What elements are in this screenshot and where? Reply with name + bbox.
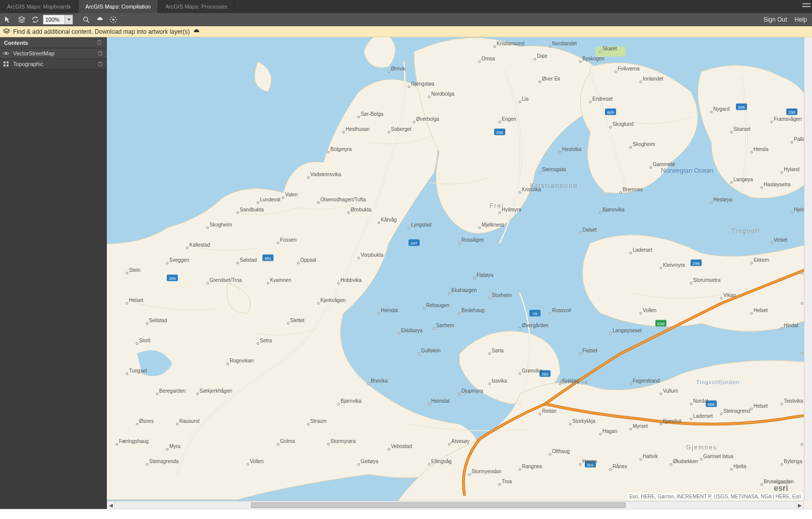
- contents-panel: Contents VectorStreetMap Topographic: [0, 37, 107, 509]
- delete-layer-icon[interactable]: [94, 50, 106, 56]
- sync-icon[interactable]: [29, 14, 41, 25]
- scroll-left-icon[interactable]: ◂: [107, 501, 115, 509]
- svg-point-182: [610, 333, 612, 335]
- sign-out-link[interactable]: Sign Out: [761, 16, 790, 23]
- svg-rect-3: [4, 61, 6, 63]
- svg-text:Heimdal: Heimdal: [431, 398, 450, 404]
- svg-point-240: [468, 474, 470, 476]
- svg-point-114: [398, 333, 400, 335]
- svg-point-68: [388, 131, 390, 133]
- scrollbar-thumb[interactable]: [251, 502, 626, 508]
- svg-point-238: [428, 464, 430, 466]
- settings-gear-icon[interactable]: [107, 14, 119, 25]
- basemap-grid-icon[interactable]: [0, 60, 12, 67]
- layers-icon[interactable]: [16, 14, 28, 25]
- tab-compilation[interactable]: ArcGIS Maps: Compilation: [79, 0, 159, 13]
- svg-text:Øksbekken: Øksbekken: [673, 459, 698, 464]
- svg-text:Gjengstøa: Gjengstøa: [411, 81, 435, 87]
- svg-text:Myra: Myra: [169, 443, 181, 449]
- svg-text:Omsa: Omsa: [482, 56, 495, 61]
- layer-row[interactable]: VectorStreetMap: [0, 48, 106, 59]
- svg-text:Tingvoll: Tingvoll: [731, 228, 760, 235]
- svg-text:Hagen: Hagen: [582, 459, 597, 464]
- vertical-scrollbar[interactable]: [804, 37, 812, 501]
- zoom-select[interactable]: 100%: [43, 15, 73, 25]
- svg-point-314: [640, 459, 642, 461]
- download-cloud-icon[interactable]: [94, 14, 106, 25]
- svg-text:Reitan: Reitan: [542, 408, 557, 414]
- svg-text:Gullstein: Gullstein: [421, 348, 441, 353]
- svg-text:Helset: Helset: [754, 308, 768, 313]
- svg-point-270: [297, 262, 299, 264]
- svg-text:Valen: Valen: [285, 192, 298, 197]
- tab-mapboards[interactable]: ArcGIS Maps: Mapboards: [0, 0, 79, 13]
- svg-text:Bedehaug: Bedehaug: [461, 308, 485, 313]
- svg-text:Mjølkness: Mjølkness: [482, 222, 504, 228]
- svg-point-194: [630, 428, 632, 430]
- tab-processes[interactable]: ArcGIS Maps: Processes: [158, 0, 235, 13]
- svg-text:Rehaugen: Rehaugen: [426, 303, 449, 308]
- clear-contents-icon[interactable]: [96, 39, 102, 46]
- svg-text:Olsenodhagen/Tufta: Olsenodhagen/Tufta: [320, 197, 366, 202]
- map-canvas[interactable]: 26824735170355E39283301666298295295665 N…: [107, 37, 812, 509]
- scroll-right-icon[interactable]: ▸: [796, 501, 804, 509]
- svg-point-42: [549, 46, 551, 48]
- svg-text:70: 70: [533, 312, 537, 316]
- svg-text:Rossvoll: Rossvoll: [552, 308, 571, 313]
- svg-point-272: [267, 282, 269, 284]
- svg-rect-6: [7, 64, 9, 66]
- svg-text:Rognvikan: Rognvikan: [230, 358, 253, 363]
- svg-text:Kjerkvågen: Kjerkvågen: [320, 298, 346, 303]
- delete-layer-icon[interactable]: [94, 61, 106, 67]
- svg-point-78: [237, 212, 239, 214]
- map-area[interactable]: 26824735170355E39283301666298295295665 N…: [107, 37, 812, 509]
- svg-point-80: [207, 227, 209, 229]
- svg-text:666: 666: [708, 402, 715, 407]
- map-attribution: Esri, HERE, Garmin, INCREMENT P, USGS, M…: [627, 493, 803, 500]
- svg-text:Hyland: Hyland: [784, 167, 799, 172]
- visibility-icon[interactable]: [0, 50, 12, 57]
- svg-text:Beregarden: Beregarden: [159, 388, 185, 394]
- svg-point-230: [630, 383, 632, 385]
- svg-point-284: [156, 393, 158, 395]
- layer-row[interactable]: Topographic: [0, 59, 106, 69]
- select-tool-icon[interactable]: [2, 14, 14, 25]
- svg-text:Færingshaug: Færingshaug: [119, 438, 149, 444]
- svg-point-274: [237, 262, 239, 264]
- svg-text:Bolgmyra: Bolgmyra: [330, 146, 352, 152]
- svg-point-56: [388, 71, 390, 73]
- svg-point-202: [751, 408, 753, 410]
- svg-text:Hobbvika: Hobbvika: [341, 277, 362, 283]
- svg-point-200: [720, 413, 722, 415]
- svg-point-268: [277, 242, 279, 244]
- svg-text:Dalset: Dalset: [582, 227, 597, 233]
- svg-point-290: [146, 464, 148, 466]
- svg-text:Storumsetra: Storumsetra: [693, 277, 721, 283]
- help-link[interactable]: Help: [791, 16, 810, 23]
- svg-text:Hagan: Hagan: [602, 428, 617, 434]
- svg-text:Laderset: Laderset: [633, 247, 652, 253]
- svg-text:Oppsal: Oppsal: [300, 257, 316, 263]
- search-icon[interactable]: [80, 14, 92, 25]
- svg-text:Ellingvåg: Ellingvåg: [431, 459, 452, 464]
- svg-text:Bjørnvika: Bjørnvika: [341, 398, 362, 404]
- svg-text:Haltvik: Haltvik: [643, 454, 658, 459]
- svg-text:Sørkjerkhågen: Sørkjerkhågen: [199, 388, 232, 394]
- svg-point-288: [116, 443, 118, 446]
- zoom-dropdown-icon[interactable]: [64, 15, 73, 24]
- svg-text:E39: E39: [657, 322, 665, 326]
- panel-collapse-icon[interactable]: [801, 0, 812, 13]
- svg-point-222: [781, 172, 783, 174]
- svg-point-62: [358, 116, 360, 118]
- svg-text:Straum: Straum: [310, 418, 326, 424]
- svg-text:Flatøya: Flatøya: [477, 272, 494, 278]
- download-hint-icon[interactable]: [193, 28, 200, 35]
- svg-point-144: [539, 172, 541, 174]
- svg-text:Bjørshol: Bjørshol: [663, 418, 682, 424]
- toolbar: 100% Sign Out Help: [0, 13, 812, 26]
- svg-point-196: [660, 423, 662, 425]
- horizontal-scrollbar[interactable]: ◂ ▸: [107, 501, 804, 509]
- svg-text:Skarset: Skarset: [733, 126, 751, 132]
- svg-text:Stormyrøra: Stormyrøra: [330, 438, 356, 444]
- svg-text:Ekkern: Ekkern: [754, 257, 769, 263]
